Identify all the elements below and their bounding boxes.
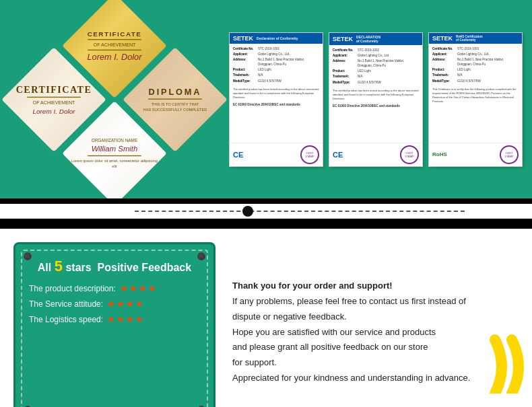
divider-bar xyxy=(0,198,532,229)
cert-body-2: Certificate No.STC-2019-1002 Applicant:G… xyxy=(329,45,422,143)
feedback-title: All 5 stars Positive Feedback xyxy=(29,258,200,275)
star-1-1: ★ xyxy=(120,283,128,293)
setek-logo-3: SETEK xyxy=(432,35,453,42)
diamond-collage: CERTIFICATE OF ACHIEVEMENT Lorem I. Dolo… xyxy=(13,9,215,190)
text-line-1-bold: Thank you for your order and support! xyxy=(232,281,393,291)
cert-header-label-3: RoHS Certificationof Conformity xyxy=(456,35,483,42)
cert-header-label-1: Declaration of Conformity xyxy=(257,36,298,40)
cert-footer-1: CE CERTSTAMP xyxy=(230,143,323,166)
star-1-3: ★ xyxy=(139,283,147,293)
cert-header-1: SETEK Declaration of Conformity xyxy=(230,33,323,44)
setek-logo-1: SETEK xyxy=(233,35,253,42)
feedback-row-2: The Service attitude: ★ ★ ★ ★ xyxy=(29,299,200,309)
star-3-2: ★ xyxy=(117,314,125,324)
top-section: CERTIFICATE OF ACHIEVEMENT Lorem I. Dolo… xyxy=(0,0,532,198)
stars-3: ★ ★ ★ ★ xyxy=(107,314,143,324)
star-2-1: ★ xyxy=(107,299,115,309)
star-2-2: ★ xyxy=(117,299,125,309)
star-2-3: ★ xyxy=(126,299,134,309)
star-3-4: ★ xyxy=(135,314,143,324)
feedback-title-post: stars xyxy=(63,262,92,273)
feedback-row-1: The product description: ★ ★ ★ ★ xyxy=(29,283,200,293)
screw-tl xyxy=(24,252,32,260)
stars-2: ★ ★ ★ ★ xyxy=(107,299,143,309)
cert-footer-2: CE CERTSTAMP xyxy=(329,143,422,166)
stars-1: ★ ★ ★ ★ xyxy=(120,283,156,293)
text-line-1: Thank you for your order and support! xyxy=(232,279,515,293)
cert-stamp-2: CERTSTAMP xyxy=(400,145,419,164)
star-3-3: ★ xyxy=(126,314,134,324)
dashed-line xyxy=(135,211,465,212)
ce-mark-1: CE xyxy=(233,151,243,159)
text-panel: Thank you for your order and support! If… xyxy=(229,272,519,394)
feedback-title-pre: All xyxy=(38,262,55,273)
text-line-3: dispute or negative feedback. xyxy=(232,310,515,324)
ce-mark-2: CE xyxy=(333,151,343,159)
certificates-panel: SETEK Declaration of Conformity Certific… xyxy=(229,12,523,187)
star-1-2: ★ xyxy=(129,283,137,293)
rohs-mark: RoHS xyxy=(432,151,447,157)
cert-header-3: SETEK RoHS Certificationof Conformity xyxy=(429,33,522,44)
star-3-1: ★ xyxy=(107,314,115,324)
cert-stamp-3: CERTSTAMP xyxy=(500,145,519,164)
cert-card-3: SETEK RoHS Certificationof Conformity Ce… xyxy=(428,32,523,167)
cert-card-2: SETEK DECLARATIONof Conformity Certifica… xyxy=(329,32,423,167)
screw-tr xyxy=(197,252,205,260)
feedback-label-1: The product description: xyxy=(29,284,116,293)
star-2-4: ★ xyxy=(135,299,143,309)
cert-body-3: Certificate No.STC-2019-1003 Applicant:G… xyxy=(429,44,522,143)
cert-card-1: SETEK Declaration of Conformity Certific… xyxy=(229,32,323,167)
feedback-box: All 5 stars Positive Feedback The produc… xyxy=(13,242,215,407)
feedback-label-3: The Logistics speed: xyxy=(29,315,103,324)
feedback-title-bottom: Positive Feedback xyxy=(98,262,192,273)
cert-stamp-1: CERTSTAMP xyxy=(300,145,319,164)
setek-logo-2: SETEK xyxy=(333,36,353,42)
cert-header-2: SETEK DECLARATIONof Conformity xyxy=(329,33,422,45)
yellow-arc-decoration xyxy=(471,326,525,394)
feedback-label-2: The Service attitude: xyxy=(29,299,103,309)
cert-body-1: Certificate No.STC-2019-1001 Applicant:G… xyxy=(230,44,323,143)
cert-footer-3: RoHS CERTSTAMP xyxy=(429,143,522,166)
dot-on-line xyxy=(242,206,253,217)
feedback-row-3: The Logistics speed: ★ ★ ★ ★ xyxy=(29,314,200,324)
bottom-section: All 5 stars Positive Feedback The produc… xyxy=(0,229,532,407)
text-line-2: If any problems, please feel free to con… xyxy=(232,295,515,309)
cert-header-label-2: DECLARATIONof Conformity xyxy=(356,35,380,43)
feedback-number: 5 xyxy=(55,258,63,274)
star-1-4: ★ xyxy=(148,283,156,293)
